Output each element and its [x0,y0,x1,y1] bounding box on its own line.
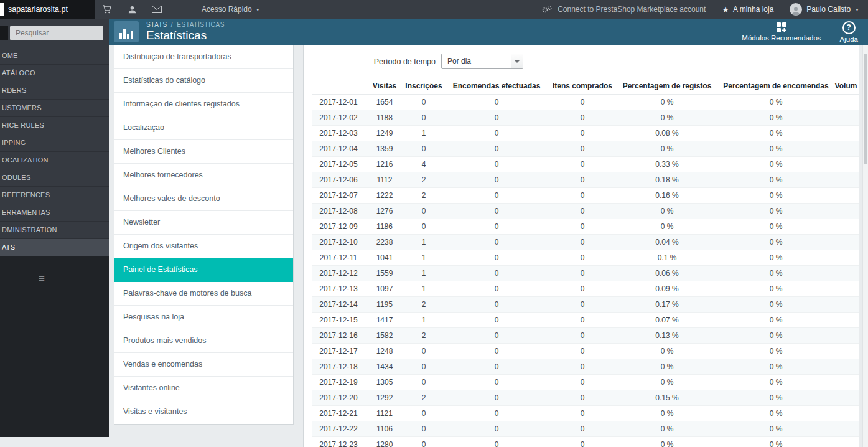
value-cell: 0 % [719,266,833,281]
user-icon [128,5,137,14]
value-cell: 0 [549,281,615,297]
vertical-scrollbar[interactable] [862,45,868,447]
value-cell: 0 [444,157,549,172]
value-cell: 1654 [365,95,404,110]
value-cell: 0.09 % [615,281,719,297]
stats-nav-item[interactable]: Painel de Estatísticas [114,258,293,282]
value-cell: 0 [549,141,615,157]
stats-nav-item[interactable]: Pesquisas na loja [114,306,293,329]
sidebar-item[interactable]: ERRAMENTAS [0,204,109,222]
value-cell: 2238 [365,235,404,250]
sidebar-item[interactable]: RDERS [0,82,109,100]
value-cell: 0 [444,344,549,359]
value-cell: 0 % [719,141,833,157]
value-cell: 0 % [719,344,833,359]
menu-collapse-button[interactable]: ≡ [32,273,51,285]
stats-nav-item[interactable]: Origem dos visitantes [114,235,293,258]
value-cell: 1582 [365,328,404,344]
stats-nav-item[interactable]: Produtos mais vendidos [114,329,293,353]
account-button[interactable] [119,0,144,19]
caret-down-icon: ▼ [256,7,260,12]
help-button[interactable]: ? Ajuda [840,21,858,43]
table-row: 2017-12-0911860000 %0 % [312,219,859,235]
sidebar-item[interactable]: ODULES [0,169,109,187]
breadcrumb-current: ESTATÍSTICAS [177,21,225,28]
value-cell: 1 [404,250,444,266]
date-cell: 2017-12-09 [312,219,365,235]
value-cell: 4 [404,157,444,172]
value-cell: 0 % [719,235,833,250]
value-cell [833,126,859,141]
table-row: 2017-12-2312800000 %0 % [312,437,859,447]
sidebar-menu: OMEATÁLOGORDERSUSTOMERSRICE RULESIPPINGO… [0,47,109,256]
value-cell: 0.18 % [615,172,719,188]
sidebar-item[interactable]: REFERENCES [0,187,109,204]
value-cell: 0 [549,328,615,344]
my-shop-link[interactable]: ★ A minha loja [722,5,773,14]
value-cell [833,157,859,172]
column-header [312,78,365,95]
value-cell: 0 % [719,250,833,266]
stats-nav-item[interactable]: Vendas e encomendas [114,353,293,377]
clipped-icon[interactable] [0,26,8,40]
value-cell [833,95,859,110]
value-cell: 0.17 % [615,297,719,313]
sidebar-item[interactable]: OME [0,47,109,65]
table-row: 2017-12-2012922000.15 %0 % [312,390,859,406]
marketplace-label: Connect to PrestaShop Marketplace accoun… [558,5,706,14]
stats-nav-item[interactable]: Melhores vales de desconto [114,187,293,211]
value-cell: 0 [549,344,615,359]
value-cell: 1 [404,235,444,250]
mail-icon [152,6,162,13]
breadcrumb-section[interactable]: STATS [146,21,167,28]
value-cell: 0 % [719,95,833,110]
value-cell: 0 [444,297,549,313]
column-header: Percentagem de encomendas [719,78,833,95]
shop-name-link[interactable]: sapatariarosita.pt [8,5,68,14]
quick-access-menu[interactable]: Acesso Rápido ▼ [202,5,260,14]
top-bar: sapatariarosita.pt Acesso Rápido ▼ Conne… [0,0,868,19]
stats-nav-item[interactable]: Visitas e visitantes [114,400,293,424]
sidebar-item[interactable]: IPPING [0,134,109,152]
value-cell [833,141,859,157]
user-menu[interactable]: Paulo Calisto ▼ [790,3,859,16]
period-select[interactable]: Por dia [441,54,523,69]
stats-nav-item[interactable]: Palavras-chave de motores de busca [114,282,293,306]
stats-nav: Distribuição de transportadorasEstatísti… [114,45,294,425]
user-name-label: Paulo Calisto [806,5,851,14]
avatar [790,3,802,16]
value-cell: 0 [404,219,444,235]
column-header: Volum [833,78,859,95]
stats-nav-item[interactable]: Localização [114,116,293,140]
value-cell: 0 [444,250,549,266]
value-cell [833,406,859,421]
sidebar-item[interactable]: OCALIZATION [0,152,109,169]
sidebar-item[interactable]: ATS [0,239,109,256]
stats-nav-item[interactable]: Informação de clientes registados [114,93,293,116]
value-cell: 1112 [365,172,404,188]
sidebar-item[interactable]: RICE RULES [0,117,109,134]
recommended-modules-button[interactable]: Módulos Recomendados [742,22,821,42]
date-cell: 2017-12-05 [312,157,365,172]
stats-nav-item[interactable]: Estatísticas do catálogo [114,69,293,93]
stats-nav-item[interactable]: Melhores Clientes [114,140,293,164]
table-row: 2017-12-0712222000.16 %0 % [312,188,859,204]
sidebar-item[interactable]: ATÁLOGO [0,65,109,82]
stats-nav-item[interactable]: Newsletter [114,211,293,235]
stats-nav-item[interactable]: Melhores fornecedores [114,164,293,187]
messages-button[interactable] [144,0,169,19]
date-cell: 2017-12-14 [312,297,365,313]
marketplace-link[interactable]: Connect to PrestaShop Marketplace accoun… [541,5,706,14]
sidebar-item[interactable]: DMINISTRATION [0,222,109,239]
scrollbar-thumb[interactable] [864,54,867,164]
date-cell: 2017-12-06 [312,172,365,188]
value-cell: 0 [404,141,444,157]
sidebar-item[interactable]: USTOMERS [0,100,109,117]
column-header: Inscrições [404,78,444,95]
cart-button[interactable] [95,0,119,19]
search-input[interactable] [10,26,103,40]
value-cell: 0 [404,375,444,390]
value-cell: 1 [404,313,444,328]
stats-nav-item[interactable]: Distribuição de transportadoras [114,45,293,69]
stats-nav-item[interactable]: Visitantes online [114,377,293,400]
